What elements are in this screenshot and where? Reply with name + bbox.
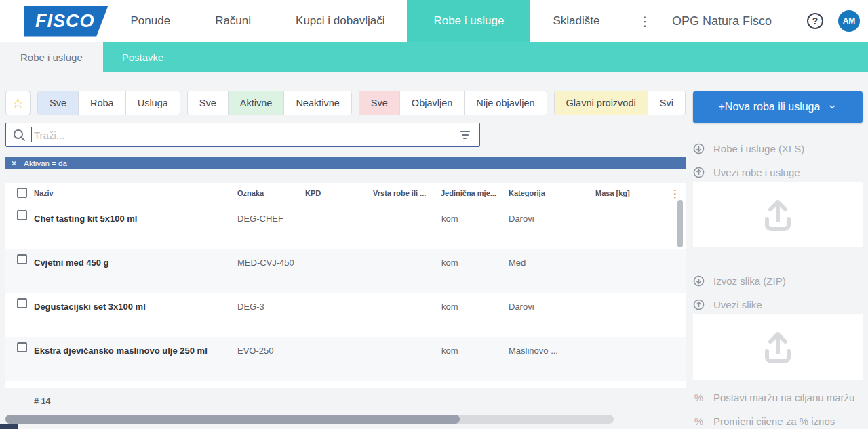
filter-active-neaktivne[interactable]: Neaktivne xyxy=(283,91,351,115)
horizontal-scrollbar-thumb[interactable] xyxy=(5,415,460,424)
filter-main-svi[interactable]: Svi xyxy=(648,91,685,115)
download-icon xyxy=(693,143,705,155)
cell-oznaka: DEG-3 xyxy=(237,302,264,312)
cell-naziv: Chef tasting kit 5x100 ml xyxy=(34,213,137,224)
import-images-label: Uvezi slike xyxy=(713,299,762,310)
upload-icon xyxy=(693,299,705,310)
filter-group-main-products: Glavni proizvodi Svi xyxy=(554,91,686,115)
subtab-postavke[interactable]: Postavke xyxy=(103,42,183,72)
search-icon xyxy=(13,129,26,142)
table-vertical-scrollbar[interactable] xyxy=(677,200,683,247)
table-row[interactable]: Chef tasting kit 5x100 ml DEG-CHEF kom D… xyxy=(5,205,686,249)
column-header-vrsta[interactable]: Vrsta robe ili ... xyxy=(373,189,426,197)
filter-published-objavljen[interactable]: Objavljen xyxy=(399,91,464,115)
filter-group-published: Sve Objavljen Nije objavljen xyxy=(359,91,547,115)
export-xls-link[interactable]: Robe i usluge (XLS) xyxy=(693,140,863,157)
filter-type-usluga[interactable]: Usluga xyxy=(125,91,180,115)
text-cursor xyxy=(31,127,32,142)
column-header-kpd[interactable]: KPD xyxy=(305,189,321,197)
change-prices-link[interactable]: % Promieni ciiene za % iznos xyxy=(693,413,863,429)
favorite-star-icon[interactable]: ☆ xyxy=(5,91,31,115)
nav-item-ponude[interactable]: Ponude xyxy=(108,0,193,42)
fisco-logo: FISCO xyxy=(24,6,108,37)
active-filter-label: Aktivan = da xyxy=(24,159,67,167)
column-header-oznaka[interactable]: Oznaka xyxy=(237,189,264,197)
filter-published-sve[interactable]: Sve xyxy=(359,91,399,115)
set-margin-link[interactable]: % Postavi maržu na ciljanu maržu xyxy=(693,389,863,405)
cell-kategorija: Maslinovo ... xyxy=(509,346,558,356)
row-checkbox[interactable] xyxy=(17,210,27,220)
cell-kategorija: Darovi xyxy=(509,213,534,224)
row-checkbox[interactable] xyxy=(17,342,27,352)
row-checkbox[interactable] xyxy=(17,298,27,308)
filter-active-aktivne[interactable]: Aktivne xyxy=(228,91,284,115)
import-goods-link[interactable]: Uvezi robe i usluge xyxy=(693,164,863,180)
export-xls-label: Robe i usluge (XLS) xyxy=(713,143,804,155)
filter-published-nije-objavljen[interactable]: Nije objavljen xyxy=(464,91,546,115)
cell-kategorija: Darovi xyxy=(509,302,534,312)
table-row[interactable]: Ekstra djevičansko maslinovo ulje 250 ml… xyxy=(5,337,686,381)
org-name: OPG Natura Fisco xyxy=(672,14,772,28)
cell-jedinicna-mjera: kom xyxy=(441,213,458,224)
subtab-robe-i-usluge[interactable]: Robe i usluge xyxy=(0,42,103,72)
row-checkbox[interactable] xyxy=(17,254,27,264)
cell-kategorija: Med xyxy=(509,258,526,268)
subnav-bar: Robe i usluge Postavke xyxy=(0,42,868,72)
cell-naziv: Degustacijski set 3x100 ml xyxy=(34,302,146,312)
upload-tray-icon xyxy=(758,329,797,365)
filter-funnel-icon[interactable] xyxy=(460,131,470,139)
remove-filter-close-icon[interactable]: ✕ xyxy=(11,159,17,168)
table-row[interactable]: Cvjetni med 450 g MED-CVJ-450 kom Med xyxy=(5,249,686,293)
filter-toolbar: ☆ Sve Roba Usluga Sve Aktivne Neaktivne … xyxy=(5,91,686,115)
row-count: # 14 xyxy=(34,396,50,406)
help-icon[interactable]: ? xyxy=(807,13,823,29)
cell-naziv: Cvjetni med 450 g xyxy=(34,258,109,268)
cell-jedinicna-mjera: kom xyxy=(441,258,458,268)
cell-jedinicna-mjera: kom xyxy=(441,302,458,312)
filter-group-type: Sve Roba Usluga xyxy=(37,91,180,115)
nav-more-kebab-icon[interactable]: ⋮ xyxy=(622,14,667,29)
horizontal-scrollbar-track[interactable] xyxy=(5,415,614,424)
change-prices-label: Promieni ciiene za % iznos xyxy=(713,415,835,427)
percent-icon: % xyxy=(693,392,705,403)
download-icon xyxy=(693,275,705,287)
cell-jedinicna-mjera: kom xyxy=(441,346,458,356)
export-images-link[interactable]: Izvoz slika (ZIP) xyxy=(693,272,863,289)
percent-icon: % xyxy=(693,415,705,427)
nav-item-racuni[interactable]: Računi xyxy=(193,0,273,42)
table-header-row: Naziv Oznaka KPD Vrsta robe ili ... Jedi… xyxy=(5,183,686,205)
upload-tray-icon xyxy=(758,197,797,232)
column-header-jedinicna-mjera[interactable]: Jedinična mje... xyxy=(441,189,496,197)
cell-oznaka: MED-CVJ-450 xyxy=(237,258,294,268)
avatar[interactable]: AM xyxy=(838,10,860,32)
upload-icon xyxy=(693,167,705,178)
chevron-down-icon: ⌄ xyxy=(827,97,837,112)
column-header-naziv[interactable]: Naziv xyxy=(34,189,54,197)
nav-item-skladiste[interactable]: Skladište xyxy=(530,0,622,42)
cell-naziv: Ekstra djevičansko maslinovo ulje 250 ml xyxy=(34,346,208,356)
nav-item-kupci-i-dobavljaci[interactable]: Kupci i dobavljači xyxy=(273,0,407,42)
export-images-label: Izvoz slika (ZIP) xyxy=(713,275,786,287)
column-options-kebab-icon[interactable]: ⋮ xyxy=(670,188,680,200)
products-table: Naziv Oznaka KPD Vrsta robe ili ... Jedi… xyxy=(5,183,686,388)
filter-main-glavni-proizvodi[interactable]: Glavni proizvodi xyxy=(555,91,648,115)
active-filter-chip: ✕ Aktivan = da xyxy=(5,157,686,169)
new-product-button-label: +Nova roba ili usluga xyxy=(719,101,821,113)
goods-upload-dropzone[interactable] xyxy=(693,182,863,247)
filter-type-roba[interactable]: Roba xyxy=(78,91,125,115)
scrollbar-corner xyxy=(0,424,18,429)
table-row[interactable]: Degustacijski set 3x100 ml DEG-3 kom Dar… xyxy=(5,293,686,337)
filter-active-sve[interactable]: Sve xyxy=(188,91,228,115)
set-margin-label: Postavi maržu na ciljanu maržu xyxy=(713,392,854,403)
import-goods-label: Uvezi robe i usluge xyxy=(713,167,800,178)
search-input[interactable] xyxy=(34,129,460,141)
cell-oznaka: EVO-250 xyxy=(237,346,273,356)
new-product-button[interactable]: +Nova roba ili usluga ⌄ xyxy=(693,91,863,123)
column-header-masa[interactable]: Masa [kg] xyxy=(595,189,630,197)
nav-item-robe-i-usluge[interactable]: Robe i usluge xyxy=(407,0,530,42)
filter-type-sve[interactable]: Sve xyxy=(38,91,78,115)
import-images-link[interactable]: Uvezi slike xyxy=(693,296,863,312)
select-all-checkbox[interactable] xyxy=(17,188,27,198)
column-header-kategorija[interactable]: Kategorija xyxy=(509,189,545,197)
images-upload-dropzone[interactable] xyxy=(693,314,863,380)
